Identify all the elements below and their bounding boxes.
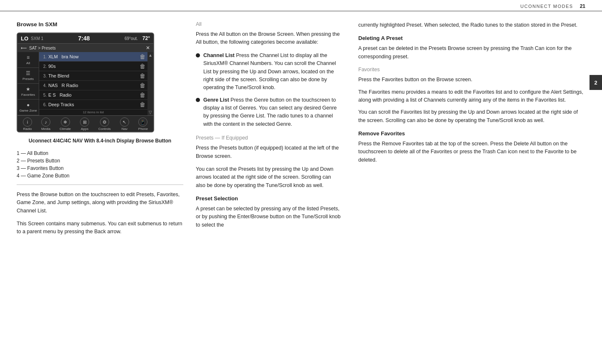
- bullet-bold-2: Genre List: [203, 97, 229, 103]
- device-close-button[interactable]: ✕: [146, 45, 150, 51]
- right-continued-text: currently highlighted Preset. When selec…: [358, 21, 585, 29]
- list-item-5[interactable]: 5. E S Radio 🗑: [39, 90, 147, 100]
- bullet-bold-1: Channel List: [203, 52, 235, 58]
- row-num-4: 4.: [39, 83, 47, 88]
- preset-selection-heading: Preset Selection: [196, 195, 342, 202]
- row-icon-4: 🗑: [139, 82, 146, 89]
- presets-heading: Presets — If Equipped: [196, 135, 342, 141]
- header: UCONNECT MODES 21: [0, 0, 602, 11]
- row-label-1: XLM bra Now: [48, 54, 139, 59]
- left-column: Browse In SXM LO SXM 1 7:48 69°out. 72° …: [17, 21, 196, 241]
- remove-favorites-heading: Remove Favorites: [358, 130, 585, 137]
- legend-item-1: 1 — All Button: [17, 150, 183, 156]
- list-item-2[interactable]: 2. 90s 🗑: [39, 62, 147, 71]
- device-sidebar: ≡ All ☰ Presets ★ Favorites ● Game Zone: [17, 52, 39, 115]
- sidebar-item-favorites-label: Favorites: [21, 93, 35, 97]
- left-section-heading: Browse In SXM: [17, 21, 183, 27]
- row-num-2: 2.: [39, 64, 47, 69]
- header-page: 21: [580, 3, 585, 9]
- bullet-genre-list: Genre List Press the Genre button on the…: [196, 96, 342, 129]
- header-title: UCONNECT MODES: [520, 4, 573, 9]
- row-icon-3: 🗑: [139, 72, 146, 79]
- left-body-para-1: Press the Browse button on the touchscre…: [17, 191, 183, 215]
- sidebar-item-presets-label: Presets: [22, 77, 34, 81]
- row-label-4: NAS R Radio: [48, 83, 139, 88]
- bottom-btn-radio-label: Radio: [23, 127, 32, 131]
- device-main-list: 1. XLM bra Now 🗑 2. 90s 🗑 3. The Blend 🗑: [39, 52, 147, 115]
- main-content: Browse In SXM LO SXM 1 7:48 69°out. 72° …: [0, 11, 602, 249]
- sidebar-item-favorites[interactable]: ★ Favorites: [17, 84, 39, 100]
- controls-icon: ⚙: [100, 117, 109, 127]
- legend-item-3: 3 — Favorites Button: [17, 165, 183, 171]
- scroll-down-arrow[interactable]: ▽: [149, 110, 152, 115]
- bullet-text-1: Channel List Press the Channel List to d…: [203, 52, 342, 92]
- device-temp-out: 69°out.: [125, 36, 138, 41]
- bottom-btn-apps[interactable]: ⊞ Apps: [80, 117, 89, 131]
- device-mockup: LO SXM 1 7:48 69°out. 72° ⟵ SAT > Preset…: [17, 32, 154, 132]
- scroll-up-arrow[interactable]: ▲: [148, 53, 152, 57]
- bottom-btn-radio[interactable]: i Radio: [23, 117, 32, 131]
- list-item-3[interactable]: 3. The Blend 🗑: [39, 71, 147, 81]
- bullet-dot-2: [196, 98, 200, 102]
- figure-caption: Uconnect 4/4C/4C NAV With 8.4-inch Displ…: [17, 137, 183, 145]
- list-item-1[interactable]: 1. XLM bra Now 🗑: [39, 52, 147, 62]
- row-icon-6: 🗑: [139, 101, 146, 108]
- row-label-6: Deep Tracks: [48, 102, 139, 107]
- bottom-btn-media-label: Media: [41, 127, 50, 131]
- gamezone-icon: ●: [27, 102, 30, 108]
- left-body-para-2: This Screen contains many submenus. You …: [17, 220, 183, 236]
- row-label-3: The Blend: [48, 73, 139, 78]
- bottom-btn-nav[interactable]: ↖ Nav: [120, 117, 129, 131]
- device-nav-arrow[interactable]: ⟵: [21, 46, 27, 50]
- row-num-5: 5.: [39, 93, 47, 97]
- deleting-heading: Deleting A Preset: [358, 35, 585, 41]
- favorites-icon: ★: [26, 86, 30, 92]
- nav-icon: ↖: [120, 117, 129, 127]
- sidebar-item-presets[interactable]: ☰ Presets: [17, 68, 39, 84]
- bottom-btn-apps-label: Apps: [81, 127, 88, 131]
- climate-icon: ❄: [61, 117, 70, 127]
- all-icon: ≡: [27, 55, 30, 60]
- bullet-dot-1: [196, 53, 200, 57]
- device-nav-path: SAT > Presets: [29, 46, 146, 50]
- row-num-3: 3.: [39, 74, 47, 78]
- presets-body-2: You can scroll the Presets list by press…: [196, 165, 342, 189]
- legend-item-4: 4 — Game Zone Button: [17, 173, 183, 179]
- divider: [17, 184, 183, 185]
- sidebar-item-all-label: All: [26, 61, 30, 65]
- legend-list: 1 — All Button 2 — Presets Button 3 — Fa…: [17, 150, 183, 179]
- preset-selection-body: A preset can be selected by pressing any…: [196, 205, 342, 229]
- favorites-body-1: Press the Favorites button on the Browse…: [358, 76, 585, 84]
- sidebar-item-gamezone[interactable]: ● Game Zone: [17, 100, 39, 115]
- bottom-btn-phone[interactable]: 📱 Phone: [138, 117, 148, 131]
- row-label-5: E S Radio: [48, 92, 139, 97]
- device-nav-bar: ⟵ SAT > Presets ✕: [17, 43, 153, 52]
- row-icon-1: 🗑: [139, 53, 146, 60]
- device-time: 7:48: [78, 35, 90, 42]
- device-top-bar: LO SXM 1 7:48 69°out. 72°: [17, 33, 153, 43]
- device-temp-in: 72°: [142, 35, 150, 41]
- device-scroll: ▲ ▽: [147, 52, 153, 115]
- bottom-btn-phone-label: Phone: [138, 127, 148, 131]
- favorites-body-3: You can scroll the Favorites list by pre…: [358, 108, 585, 125]
- bottom-btn-nav-label: Nav: [122, 127, 127, 131]
- bullet-text-2: Genre List Press the Genre button on the…: [203, 96, 342, 129]
- mid-all-body: Press the All button on the Browse Scree…: [196, 30, 342, 47]
- row-num-6: 6.: [39, 102, 47, 107]
- row-num-1: 1.: [39, 55, 47, 59]
- deleting-body: A preset can be deleted in the Presets B…: [358, 45, 585, 61]
- mid-column: All Press the All button on the Browse S…: [196, 21, 354, 241]
- sidebar-item-all[interactable]: ≡ All: [17, 52, 39, 68]
- favorites-body-2: The Favorites menu provides a means to e…: [358, 88, 585, 105]
- bullet-channel-list: Channel List Press the Channel List to d…: [196, 52, 342, 92]
- remove-favorites-body: Press the Remove Favorites tab at the to…: [358, 140, 585, 164]
- bottom-btn-controls[interactable]: ⚙ Controls: [98, 117, 111, 131]
- bottom-btn-climate[interactable]: ❄ Climate: [60, 117, 71, 131]
- row-label-2: 90s: [48, 64, 139, 69]
- bottom-btn-media[interactable]: ♪ Media: [41, 117, 50, 131]
- favorites-section-heading: Favorites: [358, 67, 585, 72]
- list-item-6[interactable]: 6. Deep Tracks 🗑: [39, 100, 147, 110]
- mid-all-heading: All: [196, 21, 342, 27]
- list-item-4[interactable]: 4. NAS R Radio 🗑: [39, 81, 147, 90]
- device-body: ≡ All ☰ Presets ★ Favorites ● Game Zone: [17, 52, 153, 115]
